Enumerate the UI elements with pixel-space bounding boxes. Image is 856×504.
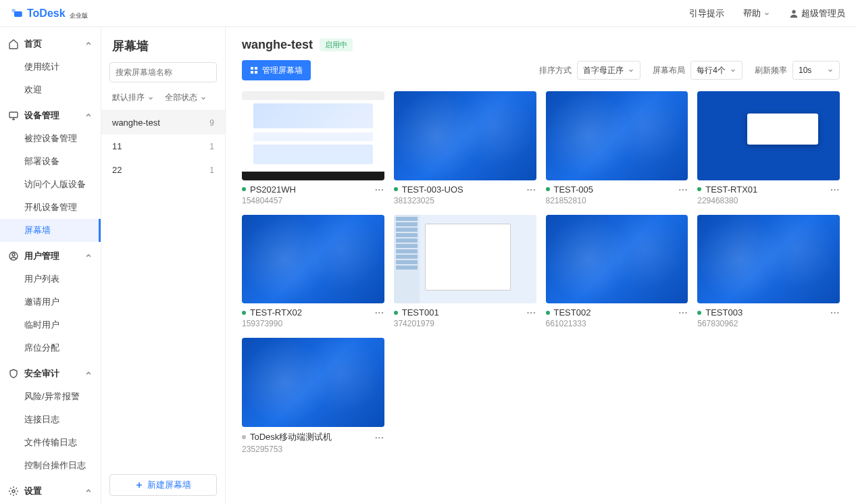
status-dot-icon	[242, 435, 246, 439]
device-card[interactable]: TEST-RTX01 ··· 229468380	[697, 91, 840, 205]
refresh-select[interactable]: 10s	[792, 61, 840, 80]
device-thumbnail[interactable]	[697, 91, 840, 180]
search-wall[interactable]	[109, 62, 217, 82]
device-meta: TEST002 ··· 661021333	[546, 303, 688, 328]
status-dot-icon	[697, 187, 701, 191]
sort-control: 排序方式 首字母正序	[539, 61, 640, 80]
nav-group-user-circle[interactable]: 用户管理	[0, 245, 101, 268]
device-meta: TEST-003-UOS ··· 381323025	[394, 180, 536, 205]
nav-item[interactable]: 用户列表	[0, 268, 101, 291]
help-label: 帮助	[743, 7, 761, 20]
status-dot-icon	[546, 311, 550, 315]
wall-item-name: 22	[112, 165, 122, 175]
status-badge: 启用中	[320, 39, 353, 51]
nav-group-gear[interactable]: 设置	[0, 480, 101, 503]
status-filter[interactable]: 全部状态	[165, 92, 207, 103]
nav-item[interactable]: 临时用户	[0, 313, 101, 336]
device-card[interactable]: PS2021WH ··· 154804457	[242, 91, 384, 205]
nav-group-shield[interactable]: 安全审计	[0, 362, 101, 385]
device-card[interactable]: ToDesk移动端测试机 ··· 235295753	[242, 338, 384, 454]
device-thumbnail[interactable]	[242, 91, 384, 180]
shield-icon	[8, 368, 19, 379]
nav-item[interactable]: 风险/异常报警	[0, 385, 101, 408]
device-thumbnail[interactable]	[242, 215, 384, 304]
layout-select[interactable]: 每行4个	[690, 61, 742, 80]
sort-select[interactable]: 首字母正序	[577, 61, 640, 80]
device-more-button[interactable]: ···	[375, 184, 384, 195]
wall-list-item[interactable]: 22 1	[101, 158, 225, 182]
wall-item-count: 1	[209, 142, 214, 151]
gear-icon	[8, 486, 19, 497]
nav-item[interactable]: 被控设备管理	[0, 127, 101, 150]
user-menu[interactable]: 超级管理员	[789, 7, 845, 20]
nav-item[interactable]: 文件传输日志	[0, 431, 101, 454]
device-card[interactable]: TEST003 ··· 567830962	[697, 215, 840, 329]
device-thumbnail[interactable]	[697, 215, 840, 304]
device-name: TEST002	[554, 307, 591, 318]
chevron-down-icon	[200, 95, 207, 101]
device-name: TEST-RTX02	[250, 307, 302, 318]
device-id: 567830962	[697, 319, 840, 328]
chevron-up-icon	[84, 370, 93, 378]
wall-item-count: 9	[209, 118, 214, 128]
device-more-button[interactable]: ···	[830, 307, 840, 318]
status-dot-icon	[394, 187, 398, 191]
user-circle-icon	[8, 251, 19, 261]
device-id: 154804457	[242, 196, 384, 205]
device-more-button[interactable]: ···	[375, 432, 384, 443]
nav-item[interactable]: 连接日志	[0, 408, 101, 431]
device-more-button[interactable]: ···	[830, 184, 840, 195]
chevron-down-icon	[628, 67, 634, 74]
device-name: PS2021WH	[250, 184, 296, 195]
sort-control-label: 排序方式	[539, 65, 572, 76]
nav-item[interactable]: 使用统计	[0, 55, 101, 78]
sort-filter[interactable]: 默认排序	[112, 92, 154, 103]
nav-item[interactable]: 开机设备管理	[0, 196, 101, 219]
nav-item[interactable]: 欢迎	[0, 78, 101, 101]
device-card[interactable]: TEST002 ··· 661021333	[546, 215, 688, 329]
device-more-button[interactable]: ···	[375, 307, 384, 318]
nav-item[interactable]: 邀请用户	[0, 291, 101, 313]
nav-group-monitor[interactable]: 设备管理	[0, 104, 101, 127]
device-more-button[interactable]: ···	[527, 184, 536, 195]
wall-list-item[interactable]: wanghe-test 9	[101, 111, 225, 134]
device-name: TEST003	[705, 307, 742, 318]
device-more-button[interactable]: ···	[527, 307, 536, 318]
nav-group-label: 首页	[24, 38, 42, 50]
device-thumbnail[interactable]	[546, 91, 688, 180]
manage-wall-button[interactable]: 管理屏幕墙	[242, 60, 311, 80]
device-card[interactable]: TEST001 ··· 374201979	[394, 215, 536, 329]
device-more-button[interactable]: ···	[678, 307, 688, 318]
manage-wall-label: 管理屏幕墙	[262, 65, 303, 76]
device-card[interactable]: TEST-005 ··· 821852810	[546, 91, 688, 205]
chevron-up-icon	[84, 487, 93, 495]
wall-title: wanghe-test	[242, 38, 313, 52]
device-thumbnail[interactable]	[242, 338, 384, 427]
nav-group-home[interactable]: 首页	[0, 32, 101, 55]
help-menu[interactable]: 帮助	[743, 7, 770, 20]
device-thumbnail[interactable]	[546, 215, 688, 304]
guide-link[interactable]: 引导提示	[689, 7, 724, 20]
user-icon	[789, 9, 799, 18]
nav-item[interactable]: 部署设备	[0, 150, 101, 173]
layout-control: 屏幕布局 每行4个	[653, 61, 742, 80]
device-more-button[interactable]: ···	[678, 184, 688, 195]
device-thumbnail[interactable]	[394, 215, 536, 304]
status-dot-icon	[394, 311, 398, 315]
new-wall-button[interactable]: 新建屏幕墙	[109, 474, 217, 496]
screen-wall-list: 屏幕墙 默认排序 全部状态	[101, 27, 226, 504]
nav-item[interactable]: 访问个人版设备	[0, 173, 101, 196]
svg-rect-9	[255, 67, 257, 70]
chevron-up-icon	[84, 252, 93, 260]
nav-item[interactable]: 屏幕墙	[0, 219, 101, 242]
device-thumbnail[interactable]	[394, 91, 536, 180]
refresh-control: 刷新频率 10s	[755, 61, 840, 80]
chevron-down-icon	[827, 67, 834, 74]
nav-item[interactable]: 控制台操作日志	[0, 454, 101, 477]
nav-item[interactable]: 席位分配	[0, 336, 101, 359]
brand-logo[interactable]: ToDesk 企业版	[11, 6, 88, 20]
search-input[interactable]	[116, 68, 217, 77]
device-card[interactable]: TEST-003-UOS ··· 381323025	[394, 91, 536, 205]
device-card[interactable]: TEST-RTX02 ··· 159373990	[242, 215, 384, 329]
wall-list-item[interactable]: 11 1	[101, 134, 225, 158]
